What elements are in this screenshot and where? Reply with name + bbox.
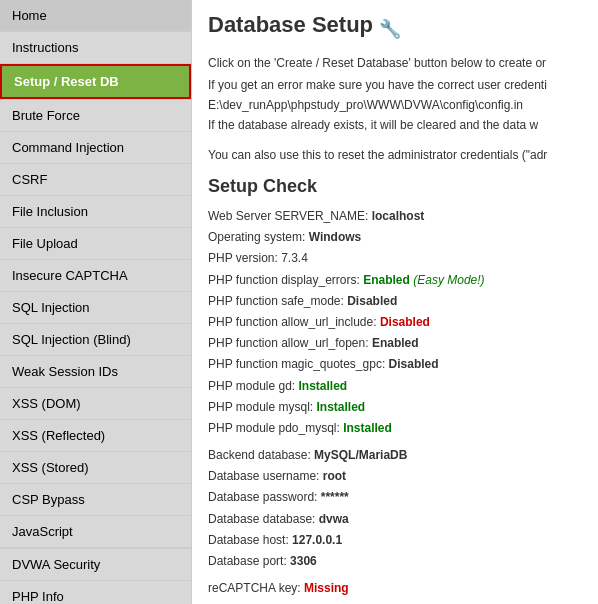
setup-check-title: Setup Check xyxy=(208,176,582,197)
check-line: Backend database: MySQL/MariaDB xyxy=(208,446,582,465)
sidebar-item-xss-stored[interactable]: XSS (Stored) xyxy=(0,452,191,484)
sidebar-item-xss-reflected[interactable]: XSS (Reflected) xyxy=(0,420,191,452)
path-text-1: E:\dev_runApp\phpstudy_pro\WWW\DVWA\conf… xyxy=(208,98,582,112)
check-line: Database database: dvwa xyxy=(208,510,582,529)
sidebar-item-home[interactable]: Home xyxy=(0,0,191,32)
sidebar-item-dvwa-security[interactable]: DVWA Security xyxy=(0,549,191,581)
sidebar-item-setup-reset-db[interactable]: Setup / Reset DB xyxy=(0,64,191,99)
check-line: PHP function allow_url_include: Disabled xyxy=(208,313,582,332)
check-line: PHP module pdo_mysql: Installed xyxy=(208,419,582,438)
check-line: Database port: 3306 xyxy=(208,552,582,571)
sidebar-item-weak-session-ids[interactable]: Weak Session IDs xyxy=(0,356,191,388)
note-text-1: If the database already exists, it will … xyxy=(208,116,582,134)
sidebar-item-sql-injection[interactable]: SQL Injection xyxy=(0,292,191,324)
sidebar-item-command-injection[interactable]: Command Injection xyxy=(0,132,191,164)
sidebar-item-javascript[interactable]: JavaScript xyxy=(0,516,191,548)
check-line: PHP module gd: Installed xyxy=(208,377,582,396)
sidebar-item-xss-dom[interactable]: XSS (DOM) xyxy=(0,388,191,420)
sidebar-item-sql-injection-blind[interactable]: SQL Injection (Blind) xyxy=(0,324,191,356)
sidebar-item-instructions[interactable]: Instructions xyxy=(0,32,191,64)
page-title: Database Setup xyxy=(208,12,373,38)
sidebar-item-php-info[interactable]: PHP Info xyxy=(0,581,191,604)
spacer xyxy=(208,600,582,604)
check-line: PHP function magic_quotes_gpc: Disabled xyxy=(208,355,582,374)
intro-text-1: Click on the 'Create / Reset Database' b… xyxy=(208,54,582,72)
sidebar-item-file-inclusion[interactable]: File Inclusion xyxy=(0,196,191,228)
note-text-2: You can also use this to reset the admin… xyxy=(208,146,582,164)
sidebar-item-brute-force[interactable]: Brute Force xyxy=(0,100,191,132)
sidebar-item-insecure-captcha[interactable]: Insecure CAPTCHA xyxy=(0,260,191,292)
check-line: Web Server SERVER_NAME: localhost xyxy=(208,207,582,226)
check-line: PHP function safe_mode: Disabled xyxy=(208,292,582,311)
intro-text-2: If you get an error make sure you have t… xyxy=(208,76,582,94)
wrench-icon: 🔧 xyxy=(379,18,401,40)
check-line: Database username: root xyxy=(208,467,582,486)
check-line: PHP module mysql: Installed xyxy=(208,398,582,417)
sidebar-item-csrf[interactable]: CSRF xyxy=(0,164,191,196)
check-line: PHP version: 7.3.4 xyxy=(208,249,582,268)
main-content: Database Setup 🔧 Click on the 'Create / … xyxy=(192,0,598,604)
sidebar-item-csp-bypass[interactable]: CSP Bypass xyxy=(0,484,191,516)
check-line: Database host: 127.0.0.1 xyxy=(208,531,582,550)
sidebar: HomeInstructionsSetup / Reset DBBrute Fo… xyxy=(0,0,192,604)
check-line: reCAPTCHA key: Missing xyxy=(208,579,582,598)
check-line: PHP function display_errors: Enabled (Ea… xyxy=(208,271,582,290)
sidebar-item-file-upload[interactable]: File Upload xyxy=(0,228,191,260)
check-line: Operating system: Windows xyxy=(208,228,582,247)
check-line: PHP function allow_url_fopen: Enabled xyxy=(208,334,582,353)
checks-container: Web Server SERVER_NAME: localhostOperati… xyxy=(208,207,582,604)
check-line: Database password: ****** xyxy=(208,488,582,507)
